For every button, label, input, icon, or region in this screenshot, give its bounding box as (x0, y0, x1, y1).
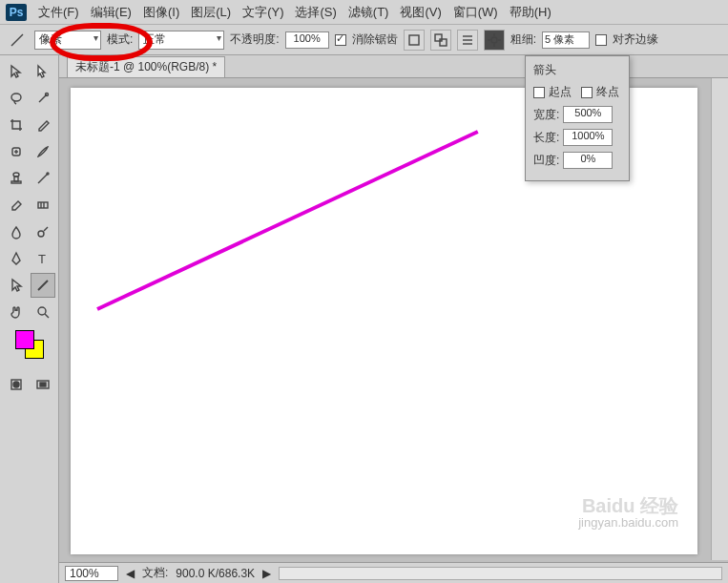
svg-line-0 (11, 34, 23, 46)
screenmode-toggle[interactable] (31, 372, 55, 397)
tool-panel: T (0, 55, 59, 583)
svg-point-12 (11, 94, 21, 101)
opacity-label: 不透明度: (230, 31, 279, 48)
zoom-tool[interactable] (31, 300, 55, 324)
arrow-start-checkbox[interactable] (533, 87, 545, 98)
options-bar: 像素 模式: 正常 不透明度: 100% 消除锯齿 粗细: 5 像素 对齐边缘 (0, 25, 728, 55)
magic-wand-tool[interactable] (31, 86, 55, 111)
menu-edit[interactable]: 编辑(E) (91, 4, 132, 21)
document-tab[interactable]: 未标题-1 @ 100%(RGB/8) * (67, 56, 225, 77)
svg-point-20 (13, 173, 19, 177)
gradient-tool[interactable] (31, 193, 55, 218)
menu-help[interactable]: 帮助(H) (510, 4, 551, 21)
svg-point-25 (38, 231, 44, 237)
arrow-length-label: 长度: (533, 130, 559, 146)
mode-label: 模式: (107, 31, 133, 48)
svg-line-26 (44, 227, 48, 231)
zoom-level-input[interactable]: 100% (65, 566, 118, 581)
dodge-tool[interactable] (31, 219, 55, 244)
app-logo: Ps (6, 4, 27, 21)
watermark-brand: Baidu 经验 (578, 495, 678, 516)
arrowheads-panel: 箭头 起点 终点 宽度: 500% 长度: 1000% 凹度: 0% (525, 55, 630, 181)
scroll-left-icon[interactable]: ◀ (126, 567, 135, 580)
svg-rect-19 (14, 177, 18, 181)
healing-brush-tool[interactable] (4, 139, 29, 164)
menu-view[interactable]: 视图(V) (400, 4, 441, 21)
crop-tool[interactable] (4, 113, 29, 137)
shape-combine-btn-2[interactable] (430, 30, 451, 51)
vertical-scrollbar[interactable] (711, 78, 728, 560)
history-brush-tool[interactable] (31, 166, 55, 191)
shape-combine-btn-1[interactable] (404, 30, 425, 51)
menu-layer[interactable]: 图层(L) (191, 4, 231, 21)
watermark: Baidu 经验 jingyan.baidu.com (578, 495, 678, 530)
path-select-tool[interactable] (4, 273, 29, 298)
arrow-concavity-label: 凹度: (533, 153, 559, 169)
doc-size-value: 900.0 K/686.3K (176, 567, 255, 580)
menu-image[interactable]: 图像(I) (143, 4, 179, 21)
tool-preset-dropdown[interactable]: 像素 (34, 31, 101, 50)
horizontal-scrollbar[interactable] (279, 567, 722, 580)
pen-tool[interactable] (4, 246, 29, 271)
blur-tool[interactable] (4, 219, 29, 244)
watermark-url: jingyan.baidu.com (578, 516, 678, 530)
align-edges-checkbox[interactable] (595, 34, 607, 46)
menu-filter[interactable]: 滤镜(T) (348, 4, 389, 21)
move-tool[interactable] (4, 59, 29, 84)
status-caret-icon[interactable]: ▶ (262, 567, 271, 580)
type-tool[interactable]: T (31, 246, 55, 271)
foreground-color[interactable] (15, 330, 34, 349)
gear-icon[interactable] (484, 30, 505, 51)
arrow-width-input[interactable]: 500% (563, 106, 613, 123)
line-tool-icon (6, 29, 29, 52)
doc-size-label: 文档: (142, 565, 168, 581)
align-edges-label: 对齐边缘 (613, 31, 658, 48)
stamp-tool[interactable] (4, 166, 29, 191)
status-bar: 100% ◀ 文档: 900.0 K/686.3K ▶ (59, 562, 728, 583)
svg-line-30 (45, 314, 49, 318)
svg-line-28 (38, 281, 48, 290)
eraser-tool[interactable] (4, 193, 29, 218)
opacity-input[interactable]: 100% (285, 31, 329, 49)
line-shape-tool[interactable] (31, 273, 55, 298)
svg-rect-2 (435, 34, 442, 41)
svg-point-29 (38, 307, 46, 315)
svg-rect-22 (38, 202, 48, 208)
brush-tool[interactable] (31, 139, 55, 164)
antialias-checkbox[interactable] (335, 34, 346, 46)
lasso-tool[interactable] (4, 86, 29, 111)
hand-tool[interactable] (4, 300, 29, 324)
svg-rect-34 (40, 383, 46, 386)
arrowheads-panel-title: 箭头 (533, 62, 621, 78)
menu-window[interactable]: 窗口(W) (453, 4, 498, 21)
eyedropper-tool[interactable] (31, 113, 55, 137)
menu-file[interactable]: 文件(F) (38, 4, 79, 21)
svg-point-7 (491, 37, 497, 43)
menu-bar: Ps 文件(F) 编辑(E) 图像(I) 图层(L) 文字(Y) 选择(S) 滤… (0, 0, 728, 25)
align-btn[interactable] (457, 30, 478, 51)
arrow-end-label: 终点 (596, 84, 619, 100)
stroke-width-input[interactable]: 5 像素 (542, 31, 590, 49)
svg-rect-3 (440, 39, 447, 46)
arrow-length-input[interactable]: 1000% (563, 129, 613, 146)
menu-type[interactable]: 文字(Y) (242, 4, 283, 21)
color-swatches[interactable] (15, 330, 44, 359)
arrow-width-label: 宽度: (533, 107, 559, 123)
menu-select[interactable]: 选择(S) (295, 4, 336, 21)
blend-mode-dropdown[interactable]: 正常 (138, 31, 224, 50)
antialias-label: 消除锯齿 (352, 31, 398, 48)
stroke-width-label: 粗细: (510, 31, 536, 48)
artboard-tool[interactable] (31, 59, 55, 84)
arrow-end-checkbox[interactable] (581, 87, 593, 98)
arrow-start-label: 起点 (549, 84, 572, 100)
svg-rect-1 (409, 35, 419, 45)
svg-point-32 (13, 382, 19, 387)
drawn-line-shape[interactable] (96, 130, 478, 311)
arrow-concavity-input[interactable]: 0% (563, 152, 613, 169)
quickmask-toggle[interactable] (4, 372, 29, 397)
svg-text:T: T (38, 252, 46, 266)
